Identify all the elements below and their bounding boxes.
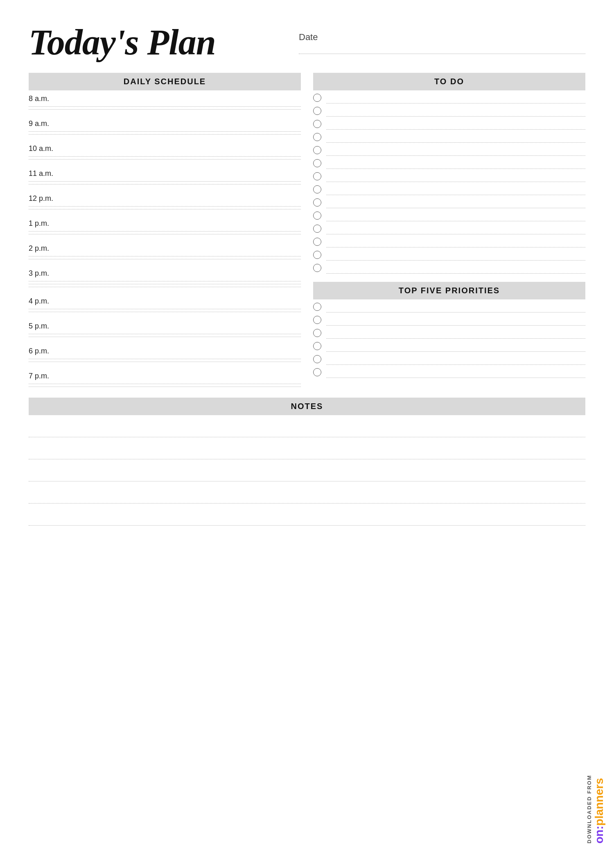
schedule-line — [29, 387, 301, 387]
notes-line-1 — [29, 419, 585, 437]
schedule-line — [29, 234, 301, 234]
schedule-line — [29, 334, 301, 334]
todo-checkbox-12[interactable] — [313, 238, 321, 246]
daily-schedule-header: DAILY SCHEDULE — [29, 73, 301, 90]
priority-item-4[interactable] — [313, 339, 585, 352]
schedule-line — [29, 159, 301, 160]
todo-checkbox-2[interactable] — [313, 107, 321, 115]
schedule-line — [29, 312, 301, 312]
time-slot-9am: 9 a.m. — [29, 115, 301, 135]
time-slot-8am: 8 a.m. — [29, 90, 301, 110]
todo-item-8[interactable] — [313, 182, 585, 195]
time-slot-10am: 10 a.m. — [29, 140, 301, 160]
time-label-3pm: 3 p.m. — [29, 268, 301, 279]
notes-line-4 — [29, 486, 585, 504]
todo-checkbox-13[interactable] — [313, 251, 321, 259]
time-label-9am: 9 a.m. — [29, 118, 301, 129]
todo-line-4 — [326, 131, 585, 143]
todo-item-10[interactable] — [313, 208, 585, 221]
todo-item-11[interactable] — [313, 221, 585, 234]
todo-column: TO DO — [313, 73, 585, 389]
todo-item-4[interactable] — [313, 130, 585, 143]
priority-item-6[interactable] — [313, 365, 585, 378]
time-slot-5pm: 5 p.m. — [29, 318, 301, 337]
schedule-line — [29, 231, 301, 232]
time-slot-12pm: 12 p.m. — [29, 190, 301, 209]
page-title: Today's Plan — [29, 25, 274, 61]
daily-schedule-column: DAILY SCHEDULE 8 a.m. 9 a.m. 10 a.m. 11 … — [29, 73, 301, 389]
todo-checkbox-10[interactable] — [313, 211, 321, 220]
todo-item-5[interactable] — [313, 143, 585, 156]
todo-line-1 — [326, 92, 585, 103]
date-input-line[interactable] — [299, 44, 585, 54]
todo-line-7 — [326, 171, 585, 182]
notes-line-2 — [29, 441, 585, 459]
todo-checkbox-11[interactable] — [313, 225, 321, 233]
todo-item-1[interactable] — [313, 90, 585, 103]
schedule-line — [29, 106, 301, 107]
header: Today's Plan Date — [29, 25, 585, 61]
watermark-on: on: — [593, 825, 605, 843]
todo-line-12 — [326, 236, 585, 247]
todo-header: TO DO — [313, 73, 585, 90]
schedule-line — [29, 281, 301, 281]
todo-line-14 — [326, 262, 585, 274]
todo-checkbox-4[interactable] — [313, 133, 321, 141]
todo-checkbox-3[interactable] — [313, 120, 321, 128]
todo-line-10 — [326, 210, 585, 221]
todo-item-14[interactable] — [313, 261, 585, 274]
schedule-line — [29, 209, 301, 209]
watermark-planners: planners — [593, 778, 605, 826]
todo-item-12[interactable] — [313, 234, 585, 247]
time-label-12pm: 12 p.m. — [29, 193, 301, 204]
priority-checkbox-5[interactable] — [313, 355, 321, 363]
schedule-line — [29, 362, 301, 362]
todo-item-7[interactable] — [313, 169, 585, 182]
todo-item-3[interactable] — [313, 117, 585, 130]
priority-item-5[interactable] — [313, 352, 585, 365]
todo-checkbox-5[interactable] — [313, 146, 321, 154]
schedule-line — [29, 309, 301, 309]
priority-item-2[interactable] — [313, 313, 585, 326]
time-label-8am: 8 a.m. — [29, 93, 301, 104]
priorities-header: TOP FIVE PRIORITIES — [313, 282, 585, 299]
schedule-line — [29, 259, 301, 259]
priority-line-2 — [326, 314, 585, 326]
schedule-line — [29, 131, 301, 132]
main-grid: DAILY SCHEDULE 8 a.m. 9 a.m. 10 a.m. 11 … — [29, 73, 585, 530]
schedule-line — [29, 184, 301, 184]
priority-item-3[interactable] — [313, 326, 585, 339]
time-slot-11am: 11 a.m. — [29, 165, 301, 184]
todo-checkbox-9[interactable] — [313, 198, 321, 207]
priority-line-6 — [326, 367, 585, 378]
time-slot-4pm: 4 p.m. — [29, 293, 301, 312]
todo-line-6 — [326, 157, 585, 169]
time-slot-1pm: 1 p.m. — [29, 215, 301, 234]
todo-item-9[interactable] — [313, 195, 585, 208]
todo-item-6[interactable] — [313, 156, 585, 169]
priority-checkbox-6[interactable] — [313, 368, 321, 376]
notes-header: NOTES — [29, 398, 585, 415]
todo-checkbox-6[interactable] — [313, 159, 321, 167]
todo-checkbox-8[interactable] — [313, 185, 321, 193]
time-label-6pm: 6 p.m. — [29, 345, 301, 356]
priority-checkbox-1[interactable] — [313, 303, 321, 311]
priority-checkbox-3[interactable] — [313, 329, 321, 337]
todo-item-13[interactable] — [313, 247, 585, 261]
time-slot-3pm: 3 p.m. — [29, 265, 301, 287]
schedule-line — [29, 337, 301, 337]
time-label-1pm: 1 p.m. — [29, 218, 301, 229]
priority-checkbox-4[interactable] — [313, 342, 321, 350]
todo-checkbox-7[interactable] — [313, 172, 321, 180]
priority-checkbox-2[interactable] — [313, 316, 321, 324]
priority-item-1[interactable] — [313, 299, 585, 313]
notes-line-5 — [29, 508, 585, 526]
schedule-line — [29, 109, 301, 110]
date-area: Date — [299, 32, 585, 54]
time-label-4pm: 4 p.m. — [29, 295, 301, 306]
time-slot-7pm: 7 p.m. — [29, 368, 301, 387]
todo-checkbox-1[interactable] — [313, 94, 321, 102]
todo-checkbox-14[interactable] — [313, 264, 321, 272]
todo-item-2[interactable] — [313, 103, 585, 117]
time-label-7pm: 7 p.m. — [29, 370, 301, 381]
